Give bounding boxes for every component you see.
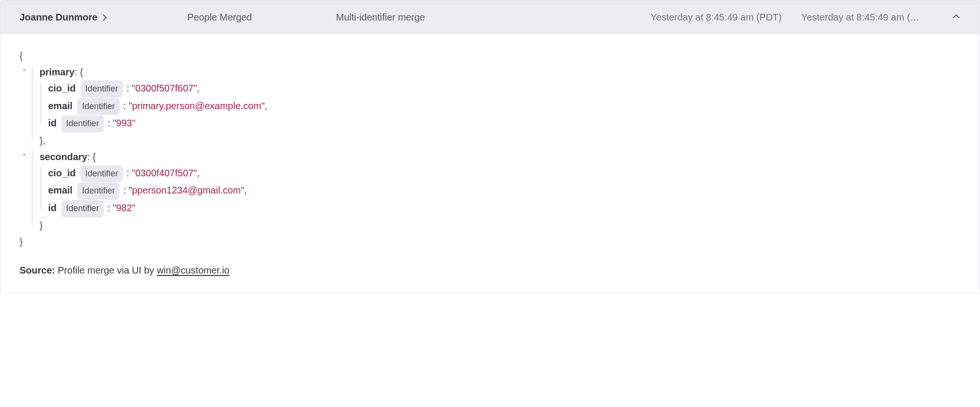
json-key: id xyxy=(48,118,57,128)
source-label: Source: xyxy=(20,265,55,275)
activity-row: Joanne Dunmore People Merged Multi-ident… xyxy=(0,0,980,293)
person-link[interactable]: Joanne Dunmore xyxy=(20,12,172,23)
json-key: cio_id xyxy=(48,83,76,93)
json-block-secondary-inner: cio_idIdentifier : "0300f407f507", email… xyxy=(41,165,960,217)
json-key: id xyxy=(48,203,57,213)
json-value: "primary.person@example.com" xyxy=(129,101,265,111)
source-text: Profile merge via UI by xyxy=(58,265,157,275)
collapse-icon[interactable]: - xyxy=(20,151,28,158)
source-line: Source: Profile merge via UI by win@cust… xyxy=(20,262,960,278)
collapse-toggle[interactable] xyxy=(952,13,960,22)
json-value: "0300f407f507" xyxy=(132,168,197,178)
identifier-badge: Identifier xyxy=(77,98,120,115)
json-field-row: idIdentifier : "982" xyxy=(41,200,960,217)
json-field-row: cio_idIdentifier : "0300f407f507", xyxy=(41,165,960,183)
json-block-secondary: - secondary: { cio_idIdentifier : "0300f… xyxy=(33,149,960,234)
identifier-badge: Identifier xyxy=(61,200,104,217)
chevron-up-icon xyxy=(953,14,960,20)
json-field-row: idIdentifier : "993" xyxy=(41,115,960,132)
json-key: cio_id xyxy=(48,168,76,178)
json-value: "pperson1234@gmail.com" xyxy=(129,185,244,195)
timestamp-1: Yesterday at 8:45:49 am (PDT) xyxy=(651,12,784,23)
brace-open: { xyxy=(20,48,960,64)
activity-header[interactable]: Joanne Dunmore People Merged Multi-ident… xyxy=(0,0,980,34)
timestamp-2: Yesterday at 8:45:49 am (… xyxy=(801,12,935,23)
identifier-badge: Identifier xyxy=(81,81,123,98)
identifier-badge: Identifier xyxy=(77,183,120,200)
json-key: primary xyxy=(40,67,74,77)
json-viewer: { - primary: { cio_idIdentifier : "0300f… xyxy=(20,48,960,250)
person-name: Joanne Dunmore xyxy=(20,12,97,23)
event-type: People Merged xyxy=(187,12,321,23)
source-email-link[interactable]: win@customer.io xyxy=(157,265,230,275)
json-block-primary: - primary: { cio_idIdentifier : "0300f50… xyxy=(33,64,960,149)
header-right: Yesterday at 8:45:49 am (PDT) Yesterday … xyxy=(651,12,960,23)
collapse-icon[interactable]: - xyxy=(20,66,28,73)
json-key: email xyxy=(48,185,72,195)
json-key: secondary xyxy=(40,152,87,162)
event-subtype: Multi-identifier merge xyxy=(336,12,498,23)
json-value: "993" xyxy=(113,118,136,128)
identifier-badge: Identifier xyxy=(61,115,104,132)
identifier-badge: Identifier xyxy=(81,165,123,183)
chevron-right-icon xyxy=(100,14,107,20)
activity-body: { - primary: { cio_idIdentifier : "0300f… xyxy=(0,34,980,293)
json-field-row: cio_idIdentifier : "0300f507f607", xyxy=(41,80,960,98)
json-block-primary-inner: cio_idIdentifier : "0300f507f607", email… xyxy=(41,80,960,132)
json-field-row: emailIdentifier : "primary.person@exampl… xyxy=(41,98,960,115)
json-value: "0300f507f607" xyxy=(132,83,197,93)
json-field-row: emailIdentifier : "pperson1234@gmail.com… xyxy=(41,182,960,200)
json-key: email xyxy=(48,101,72,111)
brace-close: } xyxy=(20,234,960,250)
json-value: "982" xyxy=(113,203,136,213)
